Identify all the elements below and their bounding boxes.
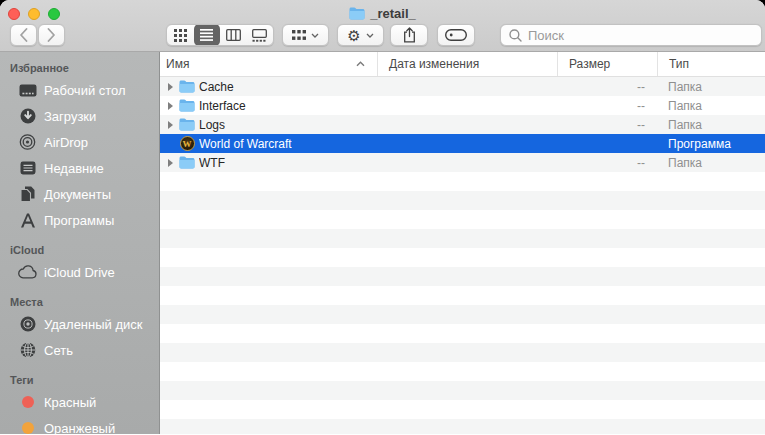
sidebar-item-label: Удаленный диск [44,317,142,332]
tag-dot-icon [18,420,37,435]
sidebar-item-label: Загрузки [44,109,96,124]
desktop-icon [18,82,37,99]
window-title: _retail_ [0,5,765,22]
folder-icon [179,98,195,113]
sidebar: ИзбранноеРабочий столЗагрузкиAirDropНеда… [0,52,160,434]
sidebar-item-label: Недавние [44,161,104,176]
sidebar-section-label: Теги [0,371,159,389]
sidebar-item-icloud-drive[interactable]: iCloud Drive [0,259,159,285]
column-label: Имя [166,57,189,71]
tag-dot-icon [18,394,37,411]
view-switcher [166,24,274,46]
column-header-name[interactable]: Имя [160,52,377,76]
file-name: Logs [199,118,225,132]
downloads-icon [18,108,37,125]
file-size: -- [557,99,657,113]
sidebar-item-красный[interactable]: Красный [0,389,159,415]
gallery-view-button[interactable] [247,24,274,46]
sidebar-item-программы[interactable]: Программы [0,207,159,233]
sidebar-item-airdrop[interactable]: AirDrop [0,129,159,155]
forward-button[interactable] [38,24,65,46]
file-name: Cache [199,80,234,94]
sidebar-item-удаленный-диск[interactable]: Удаленный диск [0,311,159,337]
column-header-type[interactable]: Тип [657,52,765,76]
sidebar-item-label: Рабочий стол [44,83,126,98]
tag-icon [445,29,467,41]
tags-button[interactable] [437,24,475,46]
column-header-size[interactable]: Размер [557,52,657,76]
file-type: Папка [657,118,765,132]
disclosure-triangle-icon[interactable] [168,121,173,129]
sidebar-item-недавние[interactable]: Недавние [0,155,159,181]
sidebar-section-label: iCloud [0,241,159,259]
file-name: WTF [199,156,225,170]
search-input[interactable] [528,28,738,43]
sidebar-section: iCloudiCloud Drive [0,241,159,285]
file-type: Папка [657,80,765,94]
sidebar-item-загрузки[interactable]: Загрузки [0,103,159,129]
gear-icon: ⚙ [347,28,360,43]
list-view-button[interactable] [194,24,221,46]
network-icon [18,342,37,359]
column-view-button[interactable] [220,24,247,46]
file-type: Папка [657,99,765,113]
sidebar-item-label: Документы [44,187,111,202]
file-size: -- [557,118,657,132]
grid-view-icon [174,29,187,42]
column-label: Тип [669,57,689,71]
file-list: Имя Дата изменения Размер Тип Cache--Пап… [160,52,765,434]
disclosure-triangle-icon[interactable] [168,159,173,167]
column-view-icon [226,29,241,41]
chevron-down-icon [311,33,319,38]
back-button[interactable] [10,24,37,46]
disclosure-triangle-icon[interactable] [168,102,173,110]
sidebar-item-label: Оранжевый [44,421,115,435]
file-row[interactable]: Interface--Папка [160,96,765,115]
icon-view-button[interactable] [167,24,194,46]
applications-icon [18,212,37,229]
share-button[interactable] [390,24,428,46]
file-name: Interface [199,99,246,113]
disclosure-triangle-icon[interactable] [168,83,173,91]
group-by-button[interactable] [282,24,329,46]
search-icon [509,29,522,42]
file-row[interactable]: Logs--Папка [160,115,765,134]
sidebar-item-сеть[interactable]: Сеть [0,337,159,363]
list-view-icon [200,29,213,41]
sidebar-item-label: Программы [44,213,114,228]
column-header-date[interactable]: Дата изменения [377,52,557,76]
file-name: World of Warcraft [199,137,292,151]
disc-icon [18,316,37,333]
sidebar-item-оранжевый[interactable]: Оранжевый [0,415,159,434]
titlebar: _retail_ ⚙ [0,0,765,52]
sort-ascending-icon [356,61,365,67]
file-type: Папка [657,156,765,170]
sidebar-section: МестаУдаленный дискСеть [0,293,159,363]
folder-icon [179,155,195,170]
file-row[interactable]: WWorld of WarcraftПрограмма [160,134,765,153]
sidebar-section: ИзбранноеРабочий столЗагрузкиAirDropНеда… [0,59,159,233]
airdrop-icon [18,134,37,151]
share-icon [403,27,416,43]
sidebar-item-документы[interactable]: Документы [0,181,159,207]
column-label: Дата изменения [389,57,479,71]
finder-window: _retail_ ⚙ [0,0,765,435]
file-row[interactable]: WTF--Папка [160,153,765,172]
gallery-view-icon [252,29,267,42]
chevron-left-icon [21,29,27,41]
recents-icon [18,160,37,177]
sidebar-item-label: Сеть [44,343,73,358]
sidebar-section: ТегиКрасныйОранжевый [0,371,159,434]
window-title-text: _retail_ [370,6,416,21]
file-size: -- [557,156,657,170]
documents-icon [18,186,37,203]
search-field[interactable] [500,24,762,46]
chevron-right-icon [49,29,55,41]
sidebar-item-рабочий-стол[interactable]: Рабочий стол [0,77,159,103]
sidebar-item-label: iCloud Drive [44,265,115,280]
file-row[interactable]: Cache--Папка [160,77,765,96]
list-body: Cache--ПапкаInterface--ПапкаLogs--ПапкаW… [160,77,765,434]
sidebar-section-label: Места [0,293,159,311]
chevron-down-icon [366,33,374,38]
action-menu-button[interactable]: ⚙ [337,24,384,46]
